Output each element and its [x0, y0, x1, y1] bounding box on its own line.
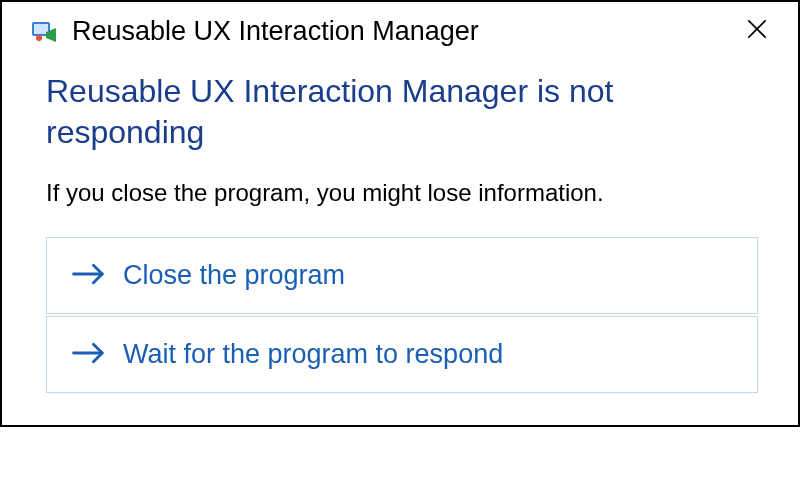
not-responding-dialog: Reusable UX Interaction Manager Reusable…	[0, 0, 800, 427]
close-icon[interactable]	[736, 16, 778, 47]
titlebar: Reusable UX Interaction Manager	[2, 2, 798, 57]
close-program-button[interactable]: Close the program	[46, 237, 758, 314]
app-title: Reusable UX Interaction Manager	[72, 16, 736, 47]
warning-text: If you close the program, you might lose…	[46, 179, 758, 207]
wait-program-label: Wait for the program to respond	[123, 339, 503, 370]
close-program-label: Close the program	[123, 260, 345, 291]
dialog-content: Reusable UX Interaction Manager is not r…	[2, 57, 798, 425]
arrow-right-icon	[71, 260, 107, 290]
wait-program-button[interactable]: Wait for the program to respond	[46, 316, 758, 393]
arrow-right-icon	[71, 339, 107, 369]
svg-rect-1	[34, 24, 48, 34]
dialog-heading: Reusable UX Interaction Manager is not r…	[46, 71, 758, 153]
app-icon	[30, 18, 58, 46]
svg-point-2	[36, 35, 42, 41]
